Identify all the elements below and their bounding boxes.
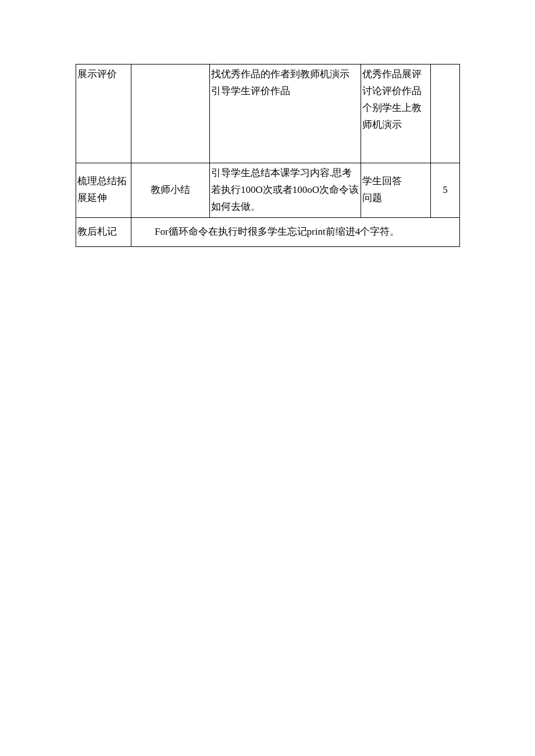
cell-teacher-2: 教师小结 <box>131 163 210 218</box>
cell-student-1: 优秀作品展评讨论评价作品个别学生上教师机演示 <box>361 65 431 163</box>
cell-activity-1: 找优秀作品的作者到教师机演示 引导学生评价作品 <box>210 65 361 163</box>
cell-stage-1: 展示评价 <box>76 65 131 163</box>
cell-stage-3: 教后札记 <box>76 217 131 246</box>
cell-text: 教师小结 <box>151 184 190 195</box>
table-row: 教后札记 For循环命令在执行时很多学生忘记print前缩进4个字符。 <box>76 217 460 246</box>
cell-time-1 <box>431 65 460 163</box>
cell-stage-2: 梳理总结拓展延伸 <box>76 163 131 218</box>
table-row: 梳理总结拓展延伸 教师小结 引导学生总结本课学习内容.思考若执行100O次或者1… <box>76 163 460 218</box>
cell-text: For循环命令在执行时很多学生忘记print前缩进4个字符。 <box>155 226 400 237</box>
cell-text: 学生回答 问题 <box>362 175 402 203</box>
cell-time-2: 5 <box>431 163 460 218</box>
table-row: 展示评价 找优秀作品的作者到教师机演示 引导学生评价作品 优秀作品展评讨论评价作… <box>76 65 460 163</box>
cell-text: 教后札记 <box>77 226 117 237</box>
cell-text: 5 <box>443 184 448 195</box>
cell-text: 优秀作品展评讨论评价作品个别学生上教师机演示 <box>362 69 422 130</box>
cell-text: 梳理总结拓展延伸 <box>77 175 127 203</box>
cell-student-2: 学生回答 问题 <box>361 163 431 218</box>
cell-text: 引导学生总结本课学习内容.思考若执行100O次或者100oO次命令该如何去做。 <box>211 167 359 212</box>
cell-teacher-1 <box>131 65 210 163</box>
cell-text: 找优秀作品的作者到教师机演示 引导学生评价作品 <box>211 69 349 96</box>
cell-text: 展示评价 <box>77 69 117 80</box>
lesson-plan-table: 展示评价 找优秀作品的作者到教师机演示 引导学生评价作品 优秀作品展评讨论评价作… <box>76 64 460 247</box>
cell-activity-2: 引导学生总结本课学习内容.思考若执行100O次或者100oO次命令该如何去做。 <box>210 163 361 218</box>
cell-note-merged: For循环命令在执行时很多学生忘记print前缩进4个字符。 <box>131 217 460 246</box>
